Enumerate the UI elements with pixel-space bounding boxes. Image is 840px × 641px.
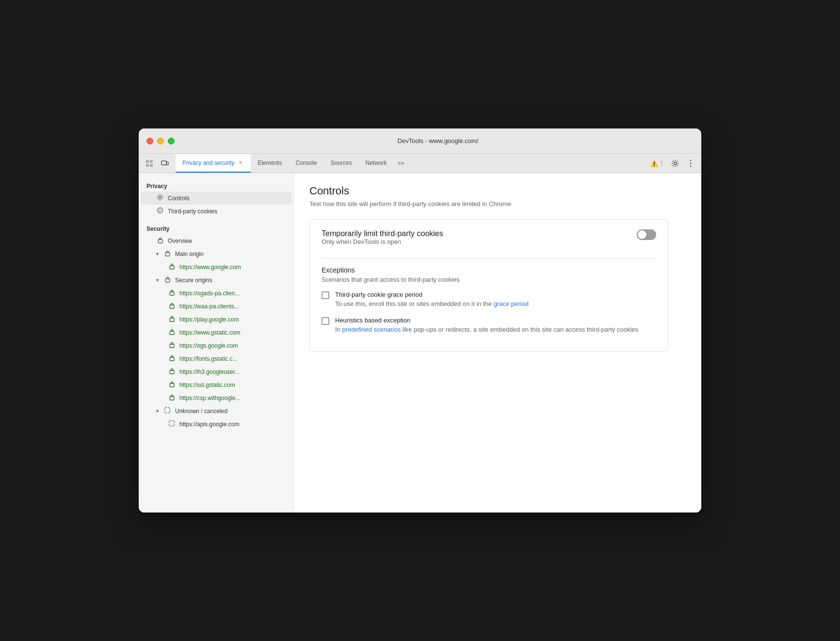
- exception-grace-period-content: Third-party cookie grace period To use t…: [335, 291, 529, 309]
- sidebar: Privacy Controls: [139, 173, 294, 513]
- lock-icon-main-origin: [163, 250, 171, 258]
- lock-icon-green-7: [168, 368, 176, 376]
- collapse-arrow-main-origin: ▾: [156, 251, 159, 256]
- svg-rect-19: [170, 292, 174, 295]
- svg-point-13: [161, 210, 162, 211]
- lock-icon-green-3: [168, 315, 176, 323]
- warning-icon: ⚠️: [650, 160, 658, 167]
- tab-privacy-security[interactable]: Privacy and security ✕: [176, 154, 251, 173]
- lock-icon-green-2: [168, 302, 176, 310]
- more-options-icon[interactable]: [684, 157, 697, 170]
- svg-rect-17: [170, 266, 174, 269]
- close-button[interactable]: [146, 138, 153, 144]
- exception-heuristics-desc: In predefined scenarios like pop-ups or …: [335, 325, 638, 335]
- sidebar-url-3-label: https://play.google.com: [179, 316, 239, 323]
- responsive-icon[interactable]: [158, 157, 172, 170]
- more-tabs-button[interactable]: >>: [393, 154, 408, 173]
- minimize-button[interactable]: [157, 138, 164, 144]
- svg-rect-28: [165, 408, 170, 413]
- main-content: Privacy Controls: [139, 173, 701, 513]
- sidebar-item-unknown-label: Unknown / canceled: [175, 408, 227, 415]
- lock-icon-green-8: [168, 381, 176, 389]
- grace-period-link[interactable]: grace period: [494, 300, 529, 307]
- card-header: Temporarily limit third-party cookies On…: [322, 229, 656, 255]
- sidebar-url-7-label: https://lh3.googleuser...: [179, 369, 240, 375]
- card-description: Only when DevTools is open: [322, 238, 443, 245]
- svg-point-6: [674, 162, 677, 164]
- svg-rect-5: [166, 162, 168, 165]
- sidebar-item-controls[interactable]: Controls: [141, 192, 291, 205]
- svg-rect-26: [170, 384, 174, 387]
- tab-close-icon[interactable]: ✕: [237, 160, 244, 166]
- maximize-button[interactable]: [168, 138, 175, 144]
- svg-point-9: [690, 165, 692, 167]
- svg-rect-20: [170, 305, 174, 308]
- checkbox-heuristics[interactable]: [322, 317, 329, 325]
- sidebar-item-url-5[interactable]: https://ogs.google.com: [141, 339, 291, 352]
- tab-console[interactable]: Console: [289, 154, 323, 173]
- lock-icon-green-main: [168, 263, 176, 271]
- checkbox-grace-period[interactable]: [322, 291, 329, 299]
- warning-count: 1: [660, 160, 663, 167]
- svg-point-8: [690, 162, 692, 164]
- exception-grace-period: Third-party cookie grace period To use t…: [322, 291, 656, 309]
- toolbar-right: ⚠️ 1: [647, 157, 697, 170]
- predefined-scenarios-link[interactable]: predefined scenarios: [342, 326, 401, 333]
- svg-rect-27: [170, 397, 174, 400]
- traffic-lights: [146, 138, 175, 144]
- tab-network-label: Network: [365, 160, 387, 166]
- sidebar-item-url-unknown[interactable]: https://apis.google.com: [141, 417, 291, 431]
- svg-rect-18: [165, 279, 170, 282]
- sidebar-item-url-7[interactable]: https://lh3.googleuser...: [141, 365, 291, 378]
- sidebar-item-unknown-canceled[interactable]: ▾ Unknown / canceled: [141, 404, 291, 417]
- svg-point-10: [159, 196, 161, 198]
- exception-heuristics: Heuristics based exception In predefined…: [322, 317, 656, 335]
- sidebar-item-url-1[interactable]: https://ogads-pa.clien...: [141, 287, 291, 300]
- devtools-window: DevTools - www.google.com/ Pr: [139, 128, 701, 513]
- tab-network[interactable]: Network: [358, 154, 393, 173]
- collapse-arrow-secure-origins: ▾: [156, 277, 159, 283]
- warning-badge[interactable]: ⚠️ 1: [647, 158, 666, 169]
- sidebar-item-main-origin-label: Main origin: [175, 251, 204, 257]
- sidebar-item-url-6[interactable]: https://fonts.gstatic.c...: [141, 352, 291, 365]
- tab-elements-label: Elements: [258, 160, 282, 166]
- svg-point-14: [159, 211, 160, 212]
- sidebar-url-4-label: https://www.gstatic.com: [179, 329, 240, 336]
- gear-icon: [156, 194, 164, 202]
- sidebar-item-url-9[interactable]: https://csp.withgoogle...: [141, 391, 291, 404]
- settings-icon[interactable]: [668, 157, 682, 170]
- sidebar-url-6-label: https://fonts.gstatic.c...: [179, 355, 237, 362]
- svg-rect-2: [146, 164, 149, 167]
- sidebar-item-url-2[interactable]: https://waa-pa.clients...: [141, 300, 291, 313]
- main-panel: Controls Test how this site will perform…: [294, 173, 701, 513]
- cookie-icon: [156, 207, 164, 215]
- svg-rect-22: [170, 331, 174, 335]
- sidebar-item-url-8[interactable]: https://ssl.gstatic.com: [141, 378, 291, 391]
- sidebar-item-main-origin-url[interactable]: https://www.google.com: [141, 260, 291, 273]
- svg-rect-21: [170, 318, 174, 321]
- tab-console-label: Console: [295, 160, 317, 166]
- svg-rect-24: [170, 357, 174, 361]
- sidebar-item-main-origin-url-label: https://www.google.com: [179, 264, 241, 271]
- sidebar-url-8-label: https://ssl.gstatic.com: [179, 382, 235, 388]
- exception-grace-period-before: To use this, enroll this site or sites e…: [335, 300, 494, 307]
- sidebar-item-secure-origins[interactable]: ▾ Secure origins: [141, 273, 291, 287]
- sidebar-item-overview-label: Overview: [168, 238, 192, 244]
- lock-icon-green-6: [168, 354, 176, 363]
- tab-sources[interactable]: Sources: [323, 154, 358, 173]
- svg-point-7: [690, 160, 692, 161]
- tab-elements[interactable]: Elements: [251, 154, 289, 173]
- exception-heuristics-title: Heuristics based exception: [335, 317, 638, 324]
- sidebar-item-overview[interactable]: Overview: [141, 234, 291, 247]
- tab-privacy-security-label: Privacy and security: [182, 160, 234, 166]
- sidebar-item-url-3[interactable]: https://play.google.com: [141, 313, 291, 326]
- toggle-limit-cookies[interactable]: [637, 229, 656, 240]
- tab-sources-label: Sources: [330, 160, 352, 166]
- sidebar-item-third-party-cookies[interactable]: Third-party cookies: [141, 205, 291, 218]
- controls-card: Temporarily limit third-party cookies On…: [309, 219, 668, 352]
- exception-heuristics-before: In: [335, 326, 342, 333]
- sidebar-item-url-4[interactable]: https://www.gstatic.com: [141, 326, 291, 339]
- exceptions-section: Exceptions Scenarios that grant access t…: [322, 258, 656, 334]
- inspect-icon[interactable]: [143, 157, 156, 170]
- sidebar-item-main-origin[interactable]: ▾ Main origin: [141, 247, 291, 260]
